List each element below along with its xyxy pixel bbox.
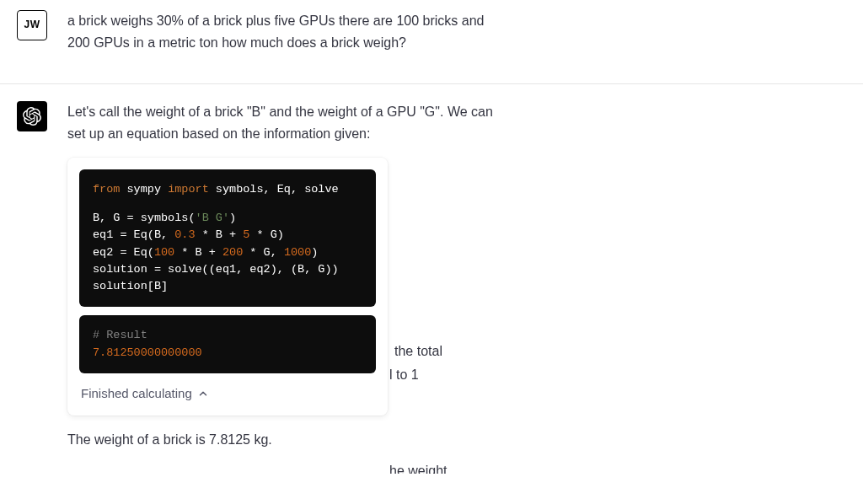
hidden-text-3: he weight	[389, 460, 448, 474]
final-answer: The weight of a brick is 7.8125 kg.	[67, 429, 506, 451]
assistant-intro: Let's call the weight of a brick "B" and…	[67, 101, 506, 144]
code-input-block[interactable]: from sympy import symbols, Eq, solve B, …	[79, 169, 376, 307]
finished-toggle[interactable]: Finished calculating	[79, 382, 376, 404]
user-question: a brick weighs 30% of a brick plus five …	[67, 10, 506, 53]
kw-import: import	[168, 183, 209, 196]
hidden-text-1: the total	[394, 340, 442, 362]
kw-from: from	[93, 183, 120, 196]
code-card: from sympy import symbols, Eq, solve B, …	[67, 158, 388, 416]
finished-label: Finished calculating	[81, 383, 192, 404]
assistant-content: Let's call the weight of a brick "B" and…	[67, 101, 506, 464]
assistant-message: Let's call the weight of a brick "B" and…	[0, 84, 863, 474]
user-content: a brick weighs 30% of a brick plus five …	[67, 10, 506, 67]
chevron-up-icon	[197, 388, 209, 399]
assistant-avatar	[17, 101, 47, 131]
result-comment: # Result	[93, 329, 147, 341]
code-result-block[interactable]: # Result 7.81250000000000	[79, 315, 376, 373]
user-message: JW a brick weighs 30% of a brick plus fi…	[0, 0, 863, 84]
result-value: 7.81250000000000	[93, 346, 202, 359]
hidden-text-2: l to 1	[389, 364, 419, 386]
user-initials: JW	[24, 17, 40, 33]
openai-icon	[23, 107, 41, 126]
user-avatar: JW	[17, 10, 47, 40]
